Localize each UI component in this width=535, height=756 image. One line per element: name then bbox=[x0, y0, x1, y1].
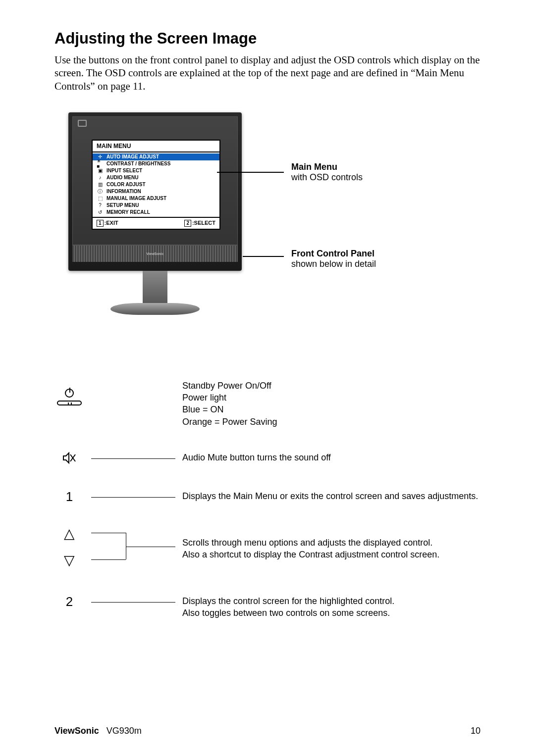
mute-icon bbox=[62, 452, 76, 466]
btn2-symbol: 2 bbox=[54, 595, 84, 608]
btn1-number: 1 bbox=[66, 490, 73, 503]
osd-exit-num: 1 bbox=[97, 220, 104, 227]
control-btn1-row: 1 Displays the Main Menu or exits the co… bbox=[54, 490, 481, 503]
power-icon bbox=[65, 389, 74, 398]
controls-list: Standby Power On/Off Power light Blue = … bbox=[54, 380, 481, 619]
osd-item-label: MANUAL IMAGE ADJUST bbox=[107, 196, 166, 201]
osd-item-label: AUDIO MENU bbox=[107, 175, 138, 180]
control-arrows-row: △ ▽ Scrolls through menu options and adj… bbox=[54, 527, 481, 571]
arrows-line2: Also a shortcut to display the Contrast … bbox=[182, 549, 481, 560]
btn2-description: Displays the control screen for the high… bbox=[182, 595, 481, 619]
osd-item: ☀■CONTRAST / BRIGHTNESS bbox=[97, 160, 215, 167]
osd-item-label: INFORMATION bbox=[107, 189, 141, 194]
connector-line bbox=[91, 458, 175, 459]
osd-item: ⓘINFORMATION bbox=[97, 188, 215, 195]
osd-item-label: SETUP MENU bbox=[107, 202, 139, 208]
monitor-figure: MAIN MENU ✛AUTO IMAGE ADJUST☀■CONTRAST /… bbox=[68, 112, 481, 325]
control-power-row: Standby Power On/Off Power light Blue = … bbox=[54, 380, 481, 428]
osd-window: MAIN MENU ✛AUTO IMAGE ADJUST☀■CONTRAST /… bbox=[92, 140, 220, 230]
mute-symbol bbox=[54, 452, 84, 466]
osd-item-icon: ↺ bbox=[97, 209, 104, 215]
osd-select: 2:SELECT bbox=[184, 220, 215, 227]
footer-model: VG930m bbox=[107, 726, 142, 736]
osd-item-icon: ▥ bbox=[97, 182, 104, 188]
power-symbol bbox=[54, 389, 84, 405]
btn2-number: 2 bbox=[66, 595, 73, 608]
osd-item: ▥COLOR ADJUST bbox=[97, 181, 215, 188]
arrow-connectors bbox=[91, 527, 175, 566]
arrow-down-icon: ▽ bbox=[64, 554, 75, 567]
osd-exit: 1:EXIT bbox=[97, 220, 118, 227]
btn2-line2: Also toggles between two controls on som… bbox=[182, 607, 481, 619]
control-mute-row: Audio Mute button turns the sound off bbox=[54, 452, 481, 466]
osd-footer: 1:EXIT 2:SELECT bbox=[93, 218, 219, 229]
callout-front-panel-text: shown below in detail bbox=[291, 259, 376, 269]
callout-front-panel-bold: Front Control Panel bbox=[291, 249, 376, 259]
power-line1: Standby Power On/Off bbox=[182, 380, 481, 392]
osd-item-icon: ☀■ bbox=[97, 161, 104, 167]
osd-item-label: INPUT SELECT bbox=[107, 168, 142, 173]
footer-brand: ViewSonic bbox=[54, 726, 99, 736]
callout-line-main-menu bbox=[217, 172, 284, 173]
btn1-description: Displays the Main Menu or exits the cont… bbox=[182, 490, 481, 502]
btn2-line1: Displays the control screen for the high… bbox=[182, 595, 481, 607]
callout-line-front-panel bbox=[243, 256, 284, 257]
btn1-symbol: 1 bbox=[54, 490, 84, 503]
osd-item: ↺MEMORY RECALL bbox=[97, 209, 215, 216]
callout-main-menu: Main Menu with OSD controls bbox=[291, 162, 363, 183]
page-title: Adjusting the Screen Image bbox=[54, 30, 481, 48]
arrows-line1: Scrolls through menu options and adjusts… bbox=[182, 537, 481, 549]
osd-item-icon: ? bbox=[97, 202, 104, 208]
osd-body: ✛AUTO IMAGE ADJUST☀■CONTRAST / BRIGHTNES… bbox=[93, 151, 219, 218]
osd-item-label: AUTO IMAGE ADJUST bbox=[107, 154, 159, 159]
control-btn2-row: 2 Displays the control screen for the hi… bbox=[54, 595, 481, 619]
osd-item: ▣INPUT SELECT bbox=[97, 167, 215, 174]
osd-item-icon: ⓘ bbox=[97, 189, 104, 195]
arrows-symbol: △ ▽ bbox=[54, 527, 84, 567]
osd-select-label: :SELECT bbox=[192, 220, 215, 226]
arrow-up-icon: △ bbox=[64, 527, 75, 541]
footer-page-number: 10 bbox=[471, 726, 481, 736]
footer-left: ViewSonic VG930m bbox=[54, 726, 142, 736]
monitor-screen: MAIN MENU ✛AUTO IMAGE ADJUST☀■CONTRAST /… bbox=[72, 116, 238, 245]
connector-line bbox=[91, 602, 175, 603]
power-line4: Orange = Power Saving bbox=[182, 416, 481, 428]
monitor-bezel: ViewSonic bbox=[72, 245, 238, 262]
arrows-description: Scrolls through menu options and adjusts… bbox=[182, 527, 481, 561]
osd-item: ♪AUDIO MENU bbox=[97, 174, 215, 181]
monitor-brand: ViewSonic bbox=[147, 252, 164, 255]
intro-paragraph: Use the buttons on the front control pan… bbox=[54, 53, 481, 93]
monitor-stand bbox=[143, 271, 167, 305]
screen-corner-icon bbox=[78, 120, 87, 127]
power-light-icon bbox=[57, 401, 82, 405]
osd-item-icon: ⬚ bbox=[97, 196, 104, 202]
osd-select-num: 2 bbox=[184, 220, 191, 227]
power-description: Standby Power On/Off Power light Blue = … bbox=[182, 380, 481, 428]
osd-item-icon: ♪ bbox=[97, 175, 104, 181]
power-line2: Power light bbox=[182, 392, 481, 403]
osd-exit-label: :EXIT bbox=[105, 220, 118, 226]
osd-item-label: COLOR ADJUST bbox=[107, 182, 146, 187]
osd-title: MAIN MENU bbox=[93, 141, 219, 151]
osd-item: ✛AUTO IMAGE ADJUST bbox=[93, 153, 219, 160]
footer: ViewSonic VG930m 10 bbox=[54, 726, 481, 736]
osd-item: ?SETUP MENU bbox=[97, 202, 215, 209]
power-line3: Blue = ON bbox=[182, 403, 481, 415]
monitor-base bbox=[110, 303, 200, 315]
osd-item-label: MEMORY RECALL bbox=[107, 209, 150, 215]
callout-main-menu-text: with OSD controls bbox=[291, 172, 363, 183]
monitor: MAIN MENU ✛AUTO IMAGE ADJUST☀■CONTRAST /… bbox=[68, 112, 242, 271]
connector-line bbox=[91, 497, 175, 498]
callout-main-menu-bold: Main Menu bbox=[291, 162, 363, 172]
osd-item: ⬚MANUAL IMAGE ADJUST bbox=[97, 195, 215, 202]
callout-front-panel: Front Control Panel shown below in detai… bbox=[291, 249, 376, 269]
mute-description: Audio Mute button turns the sound off bbox=[182, 452, 481, 463]
osd-item-icon: ▣ bbox=[97, 168, 104, 174]
osd-item-label: CONTRAST / BRIGHTNESS bbox=[107, 161, 170, 166]
